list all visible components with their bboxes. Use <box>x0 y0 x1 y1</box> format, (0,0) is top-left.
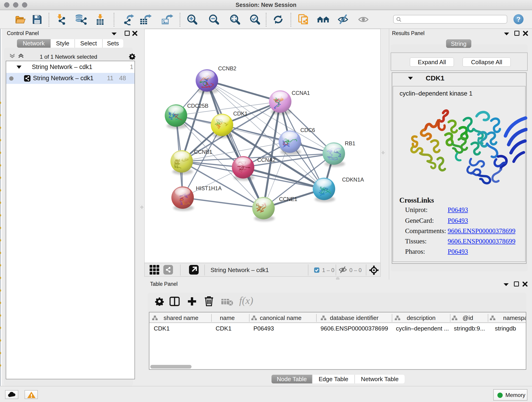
svg-text:CCNA2: CCNA2 <box>257 157 276 163</box>
svg-text:CCNA1: CCNA1 <box>292 90 310 96</box>
svg-text:CDK1: CDK1 <box>233 111 248 117</box>
svg-text:CCNE1: CCNE1 <box>279 196 298 202</box>
svg-text:CDC25B: CDC25B <box>187 103 209 109</box>
svg-text:CCNB2: CCNB2 <box>218 65 236 71</box>
svg-text:CDKN1A: CDKN1A <box>342 177 364 183</box>
svg-text:CCNB1: CCNB1 <box>194 149 212 155</box>
svg-text:CDC6: CDC6 <box>300 127 315 133</box>
svg-text:HIST1H1A: HIST1H1A <box>196 185 222 191</box>
svg-text:f(x): f(x) <box>239 296 253 306</box>
svg-text:RB1: RB1 <box>345 140 355 147</box>
